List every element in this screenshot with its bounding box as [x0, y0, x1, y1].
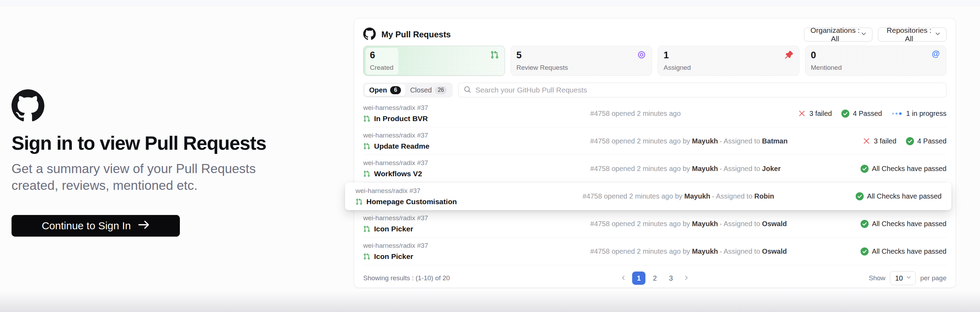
check-status: 4 Passed — [842, 109, 882, 117]
tab-group: Open 6 Closed 26 — [363, 83, 453, 97]
stat-value: 6 — [370, 50, 394, 61]
chevron-down-icon — [860, 30, 867, 39]
check-label: 4 Passed — [853, 109, 882, 117]
pr-opened-text: #4758 opened 2 minutes ago by — [590, 137, 690, 145]
check-status: 1 in progress — [891, 109, 947, 117]
signin-subtitle: Get a summary view of your Pull Requests… — [11, 160, 301, 194]
pr-row[interactable]: wei-harness/radix #37 Homepage Customisa… — [345, 182, 951, 210]
organizations-filter-dropdown[interactable]: Organizations : All — [804, 28, 872, 41]
pr-assignee: Joker — [762, 165, 781, 173]
show-label: Show — [869, 274, 885, 282]
panel-title: My Pull Requests — [381, 30, 451, 40]
github-logo-icon — [11, 117, 45, 123]
pr-left: wei-harness/radix #37 Homepage Customisa… — [356, 187, 582, 206]
pr-repo: wei-harness/radix #37 — [363, 159, 590, 167]
pr-left: wei-harness/radix #37 Workflows V2 — [363, 159, 590, 178]
pr-title[interactable]: Icon Picker — [374, 252, 413, 261]
arrow-right-icon — [138, 220, 150, 233]
pr-author: Mayukh — [690, 220, 718, 228]
pr-row[interactable]: wei-harness/radix #37 Icon Picker #4758 … — [363, 210, 947, 238]
pr-title[interactable]: In Product BVR — [374, 114, 428, 123]
stat-label: Assigned — [663, 64, 691, 71]
pr-meta: #4758 opened 2 minutes ago by Mayukh•Ass… — [582, 192, 856, 200]
pr-opened-text: #4758 opened 2 minutes ago — [590, 109, 681, 117]
search-input[interactable] — [475, 86, 941, 94]
top-strip — [0, 0, 980, 6]
search-icon — [464, 86, 471, 95]
stat-label: Review Requests — [517, 64, 568, 71]
pr-assignee: Oswald — [762, 220, 787, 228]
tab-closed[interactable]: Closed 26 — [406, 84, 451, 96]
filters: Organizations : All Repositories : All — [804, 28, 947, 41]
pr-assignee: Robin — [754, 192, 774, 200]
pull-request-icon — [363, 225, 370, 233]
previous-page-button[interactable] — [617, 271, 629, 285]
page-button-3[interactable]: 3 — [664, 271, 678, 285]
organizations-filter-label: Organizations : All — [810, 26, 860, 43]
pr-title[interactable]: Update Readme — [374, 142, 430, 150]
pr-assignee: Oswald — [762, 247, 787, 255]
check-circle-icon — [856, 192, 864, 200]
pr-checks: 3 failed4 Passed — [863, 137, 947, 145]
page-button-2[interactable]: 2 — [648, 271, 662, 285]
pr-checks: All Checks have passed — [856, 192, 942, 200]
pr-title[interactable]: Workflows V2 — [374, 169, 422, 178]
page-size-dropdown[interactable]: 10 — [890, 271, 916, 285]
pr-row[interactable]: wei-harness/radix #37 In Product BVR #47… — [363, 100, 947, 127]
pr-meta: #4758 opened 2 minutes ago by Mayukh•Ass… — [590, 165, 861, 173]
pr-list: wei-harness/radix #37 In Product BVR #47… — [363, 100, 947, 265]
panel-footer: Showing results : (1-10) of 20 1 2 3 Sho… — [363, 265, 947, 291]
check-circle-icon — [861, 220, 869, 228]
separator-dot: • — [718, 166, 724, 173]
repositories-filter-dropdown[interactable]: Repositories : All — [878, 28, 947, 41]
tab-open-label: Open — [369, 86, 387, 94]
x-icon — [863, 137, 870, 145]
chevron-down-icon — [934, 30, 941, 39]
pr-left: wei-harness/radix #37 Icon Picker — [363, 214, 590, 233]
pr-row[interactable]: wei-harness/radix #37 Icon Picker #4758 … — [363, 238, 947, 265]
check-label: All Checks have passed — [867, 192, 942, 200]
pr-row[interactable]: wei-harness/radix #37 Workflows V2 #4758… — [363, 155, 947, 182]
page-button-1[interactable]: 1 — [632, 271, 646, 285]
stat-card-mentioned[interactable]: 0 Mentioned @ — [805, 46, 947, 76]
pr-author: Mayukh — [690, 247, 718, 255]
separator-dot: • — [718, 221, 724, 228]
check-circle-icon — [906, 137, 914, 145]
pull-request-icon — [356, 198, 363, 205]
stat-label: Mentioned — [811, 64, 842, 71]
pr-title[interactable]: Icon Picker — [374, 225, 413, 233]
signin-section: Sign in to view Pull Requests Get a summ… — [11, 89, 340, 237]
page-size-group: Show 10 per page — [869, 271, 947, 285]
github-logo-icon — [363, 28, 376, 41]
pr-left: wei-harness/radix #37 In Product BVR — [363, 104, 590, 123]
pr-opened-text: #4758 opened 2 minutes ago by — [590, 220, 690, 228]
pr-assignee: Batman — [762, 137, 788, 145]
check-status: 3 failed — [798, 109, 832, 117]
pr-title[interactable]: Homepage Customisation — [366, 198, 457, 206]
stat-label: Created — [370, 64, 394, 71]
pin-icon — [785, 51, 793, 59]
stat-card-review-requests[interactable]: 5 Review Requests — [511, 46, 652, 76]
separator-dot: • — [710, 193, 716, 200]
next-page-button[interactable] — [680, 271, 692, 285]
review-icon — [637, 51, 646, 59]
pr-assigned-label: Assigned to — [724, 247, 762, 255]
stat-card-created[interactable]: 6 Created — [363, 46, 505, 76]
stat-value: 1 — [663, 50, 691, 61]
tab-open[interactable]: Open 6 — [364, 84, 406, 96]
pr-checks: All Checks have passed — [861, 247, 947, 255]
check-circle-icon — [861, 247, 869, 255]
signin-title: Sign in to view Pull Requests — [11, 132, 340, 154]
stats-row: 6 Created 5 Review Requests 1 Assigned — [363, 46, 947, 76]
continue-sign-in-button[interactable]: Continue to Sign In — [11, 215, 180, 237]
bottom-fade — [0, 291, 980, 312]
check-label: All Checks have passed — [872, 247, 947, 255]
check-label: 3 failed — [874, 137, 897, 145]
check-label: All Checks have passed — [872, 165, 947, 173]
continue-sign-in-label: Continue to Sign In — [41, 220, 130, 232]
check-status: All Checks have passed — [861, 247, 947, 255]
stat-card-assigned[interactable]: 1 Assigned — [658, 46, 799, 76]
chevron-right-icon — [683, 275, 689, 282]
pull-request-icon — [490, 51, 499, 59]
pr-row[interactable]: wei-harness/radix #37 Update Readme #475… — [363, 127, 947, 155]
